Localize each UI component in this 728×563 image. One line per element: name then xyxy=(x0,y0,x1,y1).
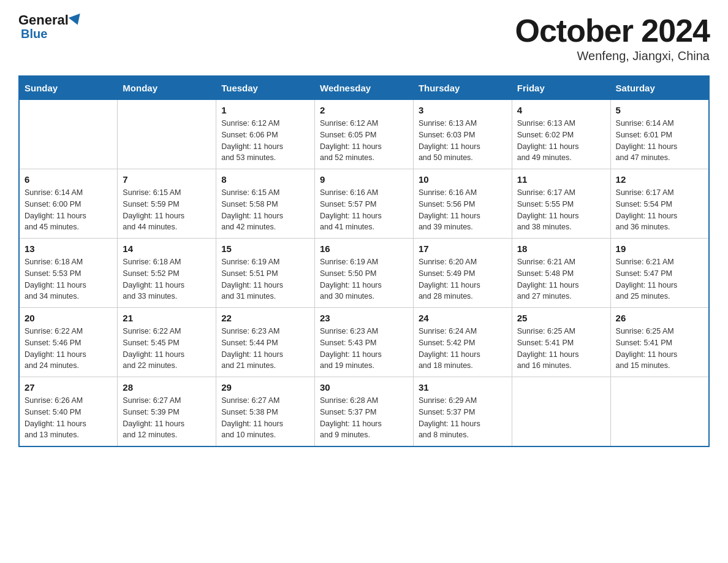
day-info: Sunrise: 6:25 AMSunset: 5:41 PMDaylight:… xyxy=(616,326,703,372)
logo-triangle-icon xyxy=(69,13,83,27)
day-info: Sunrise: 6:12 AMSunset: 6:06 PMDaylight:… xyxy=(221,118,309,164)
calendar-day-cell xyxy=(512,377,610,447)
calendar-day-cell xyxy=(610,377,709,447)
day-info: Sunrise: 6:27 AMSunset: 5:38 PMDaylight:… xyxy=(221,395,309,441)
calendar-day-cell: 10Sunrise: 6:16 AMSunset: 5:56 PMDayligh… xyxy=(413,169,512,239)
day-info: Sunrise: 6:22 AMSunset: 5:46 PMDaylight:… xyxy=(25,326,112,372)
calendar-day-cell: 29Sunrise: 6:27 AMSunset: 5:38 PMDayligh… xyxy=(216,377,315,447)
day-info: Sunrise: 6:19 AMSunset: 5:50 PMDaylight:… xyxy=(320,256,408,302)
calendar-day-header: Wednesday xyxy=(315,76,414,100)
logo-blue-text: Blue xyxy=(21,27,47,41)
calendar-day-cell: 24Sunrise: 6:24 AMSunset: 5:42 PMDayligh… xyxy=(413,308,512,377)
calendar-day-cell: 19Sunrise: 6:21 AMSunset: 5:47 PMDayligh… xyxy=(610,239,709,308)
calendar-day-header: Monday xyxy=(118,76,216,100)
day-info: Sunrise: 6:15 AMSunset: 5:59 PMDaylight:… xyxy=(123,187,211,233)
day-info: Sunrise: 6:21 AMSunset: 5:48 PMDaylight:… xyxy=(517,256,605,302)
calendar-day-header: Friday xyxy=(512,76,610,100)
day-number: 20 xyxy=(25,313,112,323)
day-info: Sunrise: 6:12 AMSunset: 6:05 PMDaylight:… xyxy=(320,118,408,164)
logo-general-text: General xyxy=(18,12,69,28)
day-number: 3 xyxy=(419,105,507,115)
calendar-day-cell: 11Sunrise: 6:17 AMSunset: 5:55 PMDayligh… xyxy=(512,169,610,239)
day-info: Sunrise: 6:18 AMSunset: 5:52 PMDaylight:… xyxy=(123,256,211,302)
calendar-day-cell: 30Sunrise: 6:28 AMSunset: 5:37 PMDayligh… xyxy=(315,377,414,447)
day-number: 17 xyxy=(419,243,507,254)
day-number: 4 xyxy=(517,105,605,115)
calendar-day-cell: 12Sunrise: 6:17 AMSunset: 5:54 PMDayligh… xyxy=(610,169,709,239)
day-number: 21 xyxy=(123,313,211,323)
calendar-day-cell: 15Sunrise: 6:19 AMSunset: 5:51 PMDayligh… xyxy=(216,239,315,308)
day-info: Sunrise: 6:16 AMSunset: 5:56 PMDaylight:… xyxy=(419,187,507,233)
day-info: Sunrise: 6:25 AMSunset: 5:41 PMDaylight:… xyxy=(517,326,605,372)
day-info: Sunrise: 6:23 AMSunset: 5:43 PMDaylight:… xyxy=(320,326,408,372)
calendar-day-cell: 7Sunrise: 6:15 AMSunset: 5:59 PMDaylight… xyxy=(118,169,216,239)
calendar-day-cell: 1Sunrise: 6:12 AMSunset: 6:06 PMDaylight… xyxy=(216,100,315,169)
day-info: Sunrise: 6:20 AMSunset: 5:49 PMDaylight:… xyxy=(419,256,507,302)
calendar-day-cell: 22Sunrise: 6:23 AMSunset: 5:44 PMDayligh… xyxy=(216,308,315,377)
day-info: Sunrise: 6:18 AMSunset: 5:53 PMDaylight:… xyxy=(25,256,112,302)
day-number: 31 xyxy=(419,382,507,393)
calendar-day-cell: 6Sunrise: 6:14 AMSunset: 6:00 PMDaylight… xyxy=(19,169,118,239)
calendar-day-cell: 28Sunrise: 6:27 AMSunset: 5:39 PMDayligh… xyxy=(118,377,216,447)
day-info: Sunrise: 6:29 AMSunset: 5:37 PMDaylight:… xyxy=(419,395,507,441)
calendar-day-cell: 8Sunrise: 6:15 AMSunset: 5:58 PMDaylight… xyxy=(216,169,315,239)
day-info: Sunrise: 6:28 AMSunset: 5:37 PMDaylight:… xyxy=(320,395,408,441)
calendar-day-cell: 21Sunrise: 6:22 AMSunset: 5:45 PMDayligh… xyxy=(118,308,216,377)
day-number: 24 xyxy=(419,313,507,323)
day-number: 22 xyxy=(221,313,309,323)
day-info: Sunrise: 6:21 AMSunset: 5:47 PMDaylight:… xyxy=(616,256,703,302)
day-number: 8 xyxy=(221,174,309,185)
title-block: October 2024 Wenfeng, Jiangxi, China xyxy=(515,12,710,63)
calendar-day-cell: 26Sunrise: 6:25 AMSunset: 5:41 PMDayligh… xyxy=(610,308,709,377)
calendar-week-row: 27Sunrise: 6:26 AMSunset: 5:40 PMDayligh… xyxy=(19,377,709,447)
calendar-day-cell xyxy=(19,100,118,169)
day-info: Sunrise: 6:26 AMSunset: 5:40 PMDaylight:… xyxy=(25,395,112,441)
calendar-day-cell: 31Sunrise: 6:29 AMSunset: 5:37 PMDayligh… xyxy=(413,377,512,447)
day-info: Sunrise: 6:27 AMSunset: 5:39 PMDaylight:… xyxy=(123,395,211,441)
calendar-day-header: Thursday xyxy=(413,76,512,100)
calendar-day-cell xyxy=(118,100,216,169)
calendar-week-row: 1Sunrise: 6:12 AMSunset: 6:06 PMDaylight… xyxy=(19,100,709,169)
calendar-week-row: 13Sunrise: 6:18 AMSunset: 5:53 PMDayligh… xyxy=(19,239,709,308)
page-subtitle: Wenfeng, Jiangxi, China xyxy=(515,49,710,63)
day-number: 15 xyxy=(221,243,309,254)
day-number: 13 xyxy=(25,243,112,254)
calendar-day-cell: 4Sunrise: 6:13 AMSunset: 6:02 PMDaylight… xyxy=(512,100,610,169)
calendar-week-row: 6Sunrise: 6:14 AMSunset: 6:00 PMDaylight… xyxy=(19,169,709,239)
day-number: 25 xyxy=(517,313,605,323)
calendar-day-cell: 23Sunrise: 6:23 AMSunset: 5:43 PMDayligh… xyxy=(315,308,414,377)
calendar-day-cell: 13Sunrise: 6:18 AMSunset: 5:53 PMDayligh… xyxy=(19,239,118,308)
day-number: 16 xyxy=(320,243,408,254)
day-number: 26 xyxy=(616,313,703,323)
day-info: Sunrise: 6:22 AMSunset: 5:45 PMDaylight:… xyxy=(123,326,211,372)
calendar-day-cell: 17Sunrise: 6:20 AMSunset: 5:49 PMDayligh… xyxy=(413,239,512,308)
day-info: Sunrise: 6:14 AMSunset: 6:01 PMDaylight:… xyxy=(616,118,703,164)
calendar-table: SundayMondayTuesdayWednesdayThursdayFrid… xyxy=(18,75,710,447)
day-info: Sunrise: 6:24 AMSunset: 5:42 PMDaylight:… xyxy=(419,326,507,372)
calendar-day-cell: 14Sunrise: 6:18 AMSunset: 5:52 PMDayligh… xyxy=(118,239,216,308)
day-number: 7 xyxy=(123,174,211,185)
day-number: 11 xyxy=(517,174,605,185)
day-info: Sunrise: 6:23 AMSunset: 5:44 PMDaylight:… xyxy=(221,326,309,372)
day-number: 29 xyxy=(221,382,309,393)
calendar-day-header: Saturday xyxy=(610,76,709,100)
day-number: 27 xyxy=(25,382,112,393)
calendar-day-header: Tuesday xyxy=(216,76,315,100)
page-header: General Blue October 2024 Wenfeng, Jiang… xyxy=(18,12,710,63)
logo: General Blue xyxy=(18,12,82,41)
day-number: 12 xyxy=(616,174,703,185)
calendar-week-row: 20Sunrise: 6:22 AMSunset: 5:46 PMDayligh… xyxy=(19,308,709,377)
calendar-day-cell: 2Sunrise: 6:12 AMSunset: 6:05 PMDaylight… xyxy=(315,100,414,169)
day-info: Sunrise: 6:16 AMSunset: 5:57 PMDaylight:… xyxy=(320,187,408,233)
day-info: Sunrise: 6:13 AMSunset: 6:02 PMDaylight:… xyxy=(517,118,605,164)
calendar-day-cell: 5Sunrise: 6:14 AMSunset: 6:01 PMDaylight… xyxy=(610,100,709,169)
day-info: Sunrise: 6:15 AMSunset: 5:58 PMDaylight:… xyxy=(221,187,309,233)
calendar-day-cell: 18Sunrise: 6:21 AMSunset: 5:48 PMDayligh… xyxy=(512,239,610,308)
calendar-day-cell: 3Sunrise: 6:13 AMSunset: 6:03 PMDaylight… xyxy=(413,100,512,169)
day-number: 23 xyxy=(320,313,408,323)
page-title: October 2024 xyxy=(515,12,710,49)
day-info: Sunrise: 6:14 AMSunset: 6:00 PMDaylight:… xyxy=(25,187,112,233)
day-number: 14 xyxy=(123,243,211,254)
day-number: 1 xyxy=(221,105,309,115)
day-number: 19 xyxy=(616,243,703,254)
